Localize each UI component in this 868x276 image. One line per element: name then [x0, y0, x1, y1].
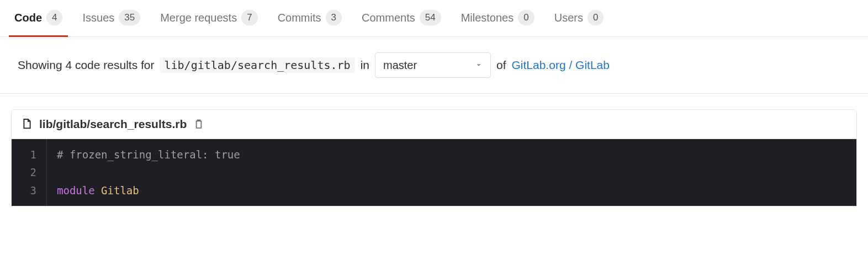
- line-gutter: 123: [12, 139, 47, 206]
- tab-users[interactable]: Users0: [551, 0, 607, 36]
- tab-issues[interactable]: Issues35: [79, 0, 144, 36]
- tab-count-badge: 54: [420, 10, 441, 25]
- tab-code[interactable]: Code4: [11, 0, 66, 36]
- tab-count-badge: 4: [46, 10, 62, 25]
- results-prefix: Showing 4 code results for: [18, 59, 154, 72]
- tab-label: Code: [14, 12, 42, 24]
- copy-path-button[interactable]: [193, 119, 204, 130]
- project-link[interactable]: GitLab.org / GitLab: [512, 59, 610, 72]
- code-line: [57, 163, 846, 181]
- tab-count-badge: 0: [518, 10, 534, 25]
- code-lines: # frozen_string_literal: true module Git…: [47, 139, 856, 206]
- search-tabs: Code4Issues35Merge requests7Commits3Comm…: [0, 0, 868, 37]
- results-summary-bar: Showing 4 code results for lib/gitlab/se…: [0, 37, 868, 94]
- file-result: lib/gitlab/search_results.rb 123 # froze…: [11, 109, 857, 206]
- tab-merge-requests[interactable]: Merge requests7: [157, 0, 261, 36]
- tab-label: Merge requests: [160, 12, 237, 24]
- of-word: of: [496, 59, 506, 72]
- in-word: in: [361, 59, 369, 72]
- branch-select-value: master: [383, 59, 417, 72]
- branch-select[interactable]: master: [375, 52, 491, 78]
- line-number: 3: [12, 182, 46, 199]
- code-line: module Gitlab: [57, 182, 846, 199]
- tab-comments[interactable]: Comments54: [358, 0, 444, 36]
- tab-label: Comments: [362, 12, 415, 24]
- tab-label: Users: [554, 12, 583, 24]
- tab-milestones[interactable]: Milestones0: [458, 0, 538, 36]
- tab-count-badge: 35: [119, 10, 140, 25]
- file-header: lib/gitlab/search_results.rb: [12, 110, 856, 139]
- chevron-down-icon: [475, 59, 483, 72]
- file-icon: [22, 118, 33, 131]
- tab-count-badge: 7: [241, 10, 257, 25]
- tab-count-badge: 0: [588, 10, 604, 25]
- tab-label: Milestones: [461, 12, 514, 24]
- tab-label: Commits: [278, 12, 321, 24]
- line-number: 2: [12, 163, 46, 181]
- code-block: 123 # frozen_string_literal: true module…: [12, 139, 856, 206]
- tab-count-badge: 3: [326, 10, 342, 25]
- file-path: lib/gitlab/search_results.rb: [39, 118, 187, 131]
- search-query: lib/gitlab/search_results.rb: [160, 57, 354, 73]
- line-number: 1: [12, 146, 46, 163]
- tab-commits[interactable]: Commits3: [274, 0, 345, 36]
- tab-label: Issues: [82, 12, 114, 24]
- code-line: # frozen_string_literal: true: [57, 146, 846, 163]
